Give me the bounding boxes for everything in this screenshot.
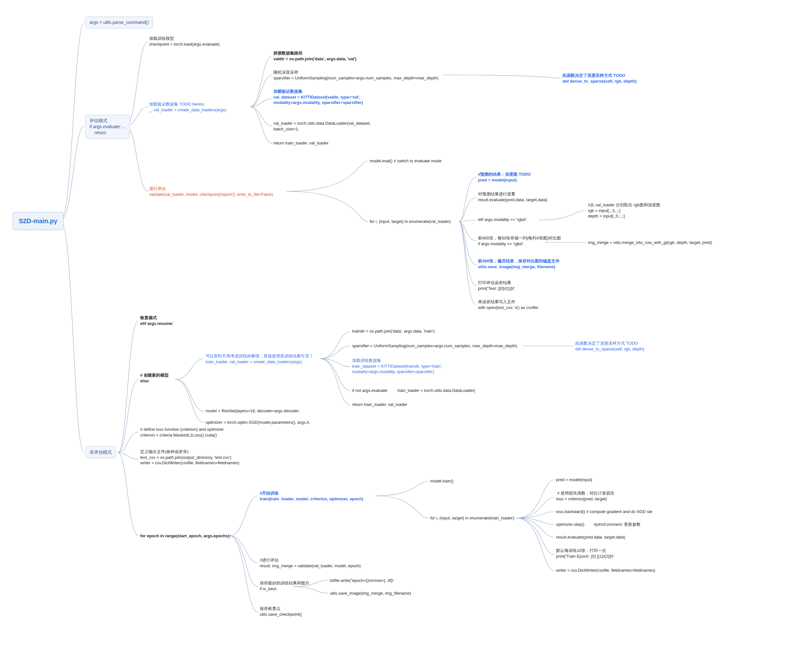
save-img2: utils.save_image(img_merge, img_filename… — [330, 590, 411, 596]
train-result: result.evaluate(pred.data, target.data) — [556, 534, 626, 540]
valdir: 拼接数据集路径 valdir = os.path.join('data', ar… — [273, 50, 357, 61]
traindir: traindir = os.path.join('data', args.dat… — [352, 329, 435, 334]
modality-rgbd: elif args.modality == 'rgbd': — [478, 217, 527, 223]
checkpoint: 保存检查点 utils.save_checkpoint({ — [260, 606, 302, 617]
load-model: 加载训练模型 checkpoint = torch.load(args.eval… — [149, 36, 220, 47]
model-eval: model.eval() # switch to evaluate mode — [370, 158, 441, 164]
every50: 前400张，每50张存储一列(每列4张图)对比图 if args.modalit… — [478, 235, 561, 246]
non-eval-box: 非评估模式 — [85, 447, 116, 458]
train-step: optimizer.step() #johnComment: 更新参数 — [556, 521, 641, 528]
train-print: 默认每训练10张，打印一次 print('Train Epoch: {0} [{… — [556, 548, 614, 559]
validate: 进行评估 validate(val_loader, model, checkpo… — [149, 186, 273, 197]
img-merge: img_merge = utils.merge_into_row_with_gt… — [588, 240, 712, 246]
dense2: 此函数决定了深度采样方式 TODO def dense_to_sparse(se… — [575, 341, 645, 352]
for-train-loader: for i, (input, target) in enumerate(trai… — [430, 515, 515, 521]
return-loaders: return train_loader, val_loader — [273, 140, 328, 146]
train-pred: pred = model(input) — [556, 477, 592, 483]
val-loader: val_loader = torch.utils.data.DataLoader… — [273, 121, 371, 132]
is-best: 保存最好的训练结果和图片 if is_best: — [260, 580, 310, 592]
criterion: # define loss function (criterion) and o… — [140, 427, 224, 438]
save-image: 前400张，遍历结束，保存对比图到磁盘文件 utils.save_image(i… — [478, 258, 560, 269]
train-loss: # 使用损失函数，对比计算损失 loss = criterion(pred, t… — [556, 490, 614, 502]
validate2: #进行评估 result, img_merge = validate(val_l… — [260, 557, 361, 569]
print-test: 打印评估误差结果 print('Test: [{0}/{1}]\t' — [478, 280, 515, 291]
rgb-depth: #从 val_loader 分别取出 rgb图和深度图 rgb = input[… — [588, 202, 660, 219]
val-dataset: 加载验证数据集 val_dataset = KITTIDataset(valdi… — [273, 89, 363, 106]
else: # 创建新的模型 else: — [140, 372, 169, 384]
model-train: model.train() — [430, 478, 453, 484]
resume: 恢复模式 elif args.resume: — [140, 315, 173, 326]
train-call: #开始训练 train(train_loader, model, criteri… — [260, 490, 363, 502]
train-dataset: 加载训练数据集 train_dataset = KITTIDataset(tra… — [352, 358, 442, 375]
optimizer: optimizer = torch.optim.SGD(model.parame… — [206, 420, 310, 425]
eval-mode-box: 评估模式 if args.evaluate: ... return — [85, 115, 130, 139]
train-backward: loss.backward() # compute gradient and d… — [556, 509, 652, 515]
pred: #预测的结果：深度图 TODO pred = model(input) — [478, 171, 531, 183]
if-not-eval: if not args.evaluate: train_loader = tor… — [352, 388, 475, 393]
for-epoch: for epoch in range(start_epoch, args.epo… — [140, 533, 231, 539]
dense-to-sparse: 此函数决定了深度采样方式 TODO def dense_to_sparse(se… — [562, 73, 638, 84]
args-box: args = utils.parse_command() — [85, 17, 153, 28]
for-val-loader: for i, (input, target) in enumerate(val_… — [370, 219, 450, 225]
train-writer: writer = csv.DictWriter(csvfile, fieldna… — [556, 567, 655, 573]
root-title: S2D-main.py — [13, 212, 63, 230]
csv-write: 将误差结果写入文件 with open(test_csv, 'a') as cs… — [478, 299, 539, 310]
result-eval: 对预测结果进行度量 result.evaluate(pred.data, tar… — [478, 191, 548, 202]
return2: return train_loader, val_loader — [352, 402, 407, 407]
sparsifier: 随机深度采样 sparsifier = UniformSampling(num_… — [273, 69, 438, 81]
train-val-loaders: 可以暂时不用考虑训练的事情，直接使用其训练结果可否？ train_loader,… — [206, 353, 313, 364]
outputs: 定义输出文件(各种误差等) test_csv = os.path.join(ou… — [140, 449, 239, 466]
model-resnet: model = ResNet(layers=18, decoder=args.d… — [206, 408, 299, 414]
txtfile: txtfile.write("epoch={}\nrmse={:.3f}\ — [330, 578, 394, 584]
sparsifier2: sparsifier = UniformSampling(num_samples… — [352, 343, 517, 349]
load-val-data: 加载验证数据集 TODO hereto _, val_loader = crea… — [149, 101, 226, 113]
